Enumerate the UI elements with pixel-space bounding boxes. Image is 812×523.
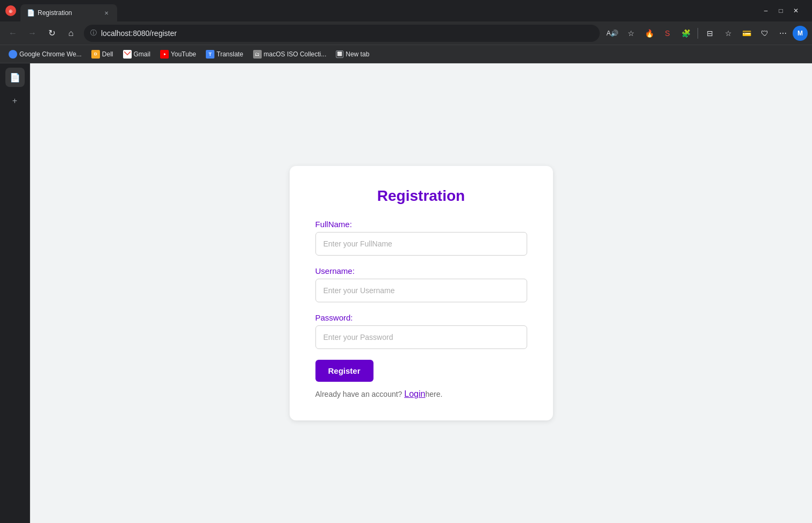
read-aloud-button[interactable]: A🔊 [604,25,621,42]
back-button[interactable]: ← [4,25,21,42]
nav-bar: ← → ↻ ⌂ ⓘ localhost:8080/register A🔊 ☆ 🔥… [0,21,812,45]
translate-favicon: T [206,50,214,59]
svg-text:⊕: ⊕ [9,9,13,14]
nav-right-buttons: A🔊 ☆ 🔥 S 🧩 ⊟ ☆ 💳 🛡 ⋯ M [604,25,808,42]
sidebar-add-button[interactable]: + [5,91,25,111]
tab-bar: 📄 Registration ✕ [20,0,755,21]
bookmark-chrome-label: Google Chrome We... [19,50,82,58]
info-icon: ⓘ [90,28,97,38]
bookmarks-bar: Google Chrome We... D Dell Gmail YouTube… [0,45,812,63]
bookmark-youtube-label: YouTube [171,50,196,58]
tab-title: Registration [38,9,72,17]
sidebar-documents-button[interactable]: 📄 [5,68,25,87]
home-button[interactable]: ⌂ [62,25,80,42]
username-label: Username: [315,266,527,275]
collections-button[interactable]: ☆ [720,25,737,42]
extensions-button[interactable]: S [659,25,676,42]
favorites-button[interactable]: ☆ [622,25,639,42]
svg-point-2 [10,51,16,57]
fullname-label: FullName: [315,220,527,229]
login-prompt-area: Already have an account? Loginhere. [315,389,527,399]
wallet-button[interactable]: 💳 [738,25,755,42]
extensions-fire-button[interactable]: 🔥 [641,25,658,42]
login-link[interactable]: Login [404,389,425,398]
tab-favicon: 📄 [27,9,34,17]
dell-favicon: D [91,50,100,59]
tab-registration[interactable]: 📄 Registration ✕ [20,4,117,21]
bookmark-dell-label: Dell [102,50,113,58]
reload-button[interactable]: ↻ [43,25,60,42]
password-group: Password: [315,313,527,349]
app-icon: ⊕ [5,5,16,16]
bookmark-translate[interactable]: T Translate [202,48,248,61]
maximize-button[interactable]: □ [774,4,787,17]
minimize-button[interactable]: – [759,4,772,17]
title-bar: ⊕ 📄 Registration ✕ – □ ✕ [0,0,812,21]
bookmark-newtab-label: New tab [346,50,369,58]
address-bar[interactable]: ⓘ localhost:8080/register [84,25,600,42]
macos-favicon: 🗂 [253,50,262,59]
password-label: Password: [315,313,527,322]
fullname-group: FullName: [315,220,527,256]
window-controls: – □ ✕ [759,4,807,17]
split-screen-button[interactable]: ⊟ [701,25,718,42]
form-title: Registration [315,187,527,205]
bookmark-gmail-label: Gmail [134,50,150,58]
chrome-favicon [9,50,17,59]
bookmark-macos[interactable]: 🗂 macOS ISO Collecti... [249,48,331,61]
gmail-favicon [123,50,132,59]
register-button-area: Register [315,360,527,389]
sidebar: 📄 + [0,63,30,523]
login-prompt-text: Already have an account? [315,390,405,398]
main-content: Registration FullName: Username: Passwor… [30,63,812,523]
bookmark-dell[interactable]: D Dell [87,48,118,61]
bookmark-gmail[interactable]: Gmail [119,48,155,61]
bookmark-newtab[interactable]: ⬜ New tab [332,48,373,60]
fullname-input[interactable] [315,232,527,256]
tab-close-button[interactable]: ✕ [102,9,111,17]
profile-button[interactable]: M [793,26,808,41]
password-input[interactable] [315,325,527,349]
bookmark-translate-label: Translate [217,50,243,58]
youtube-favicon [160,50,169,59]
browser-body: 📄 + Registration FullName: Username: Pas… [0,63,812,523]
adblock-button[interactable]: 🛡 [756,25,773,42]
registration-form-card: Registration FullName: Username: Passwor… [290,166,553,420]
username-input[interactable] [315,279,527,302]
address-text: localhost:8080/register [101,29,593,38]
bookmark-chrome[interactable]: Google Chrome We... [4,48,86,61]
login-suffix: here. [425,390,442,398]
bookmark-youtube[interactable]: YouTube [156,48,200,61]
register-button[interactable]: Register [315,360,373,382]
bookmark-macos-label: macOS ISO Collecti... [264,50,327,58]
newtab-favicon: ⬜ [336,50,343,58]
puzzle-button[interactable]: 🧩 [677,25,694,42]
window-icon-area: ⊕ [5,5,16,16]
forward-button[interactable]: → [24,25,41,42]
close-button[interactable]: ✕ [789,4,802,17]
separator [698,28,698,39]
username-group: Username: [315,266,527,302]
menu-button[interactable]: ⋯ [774,25,792,42]
